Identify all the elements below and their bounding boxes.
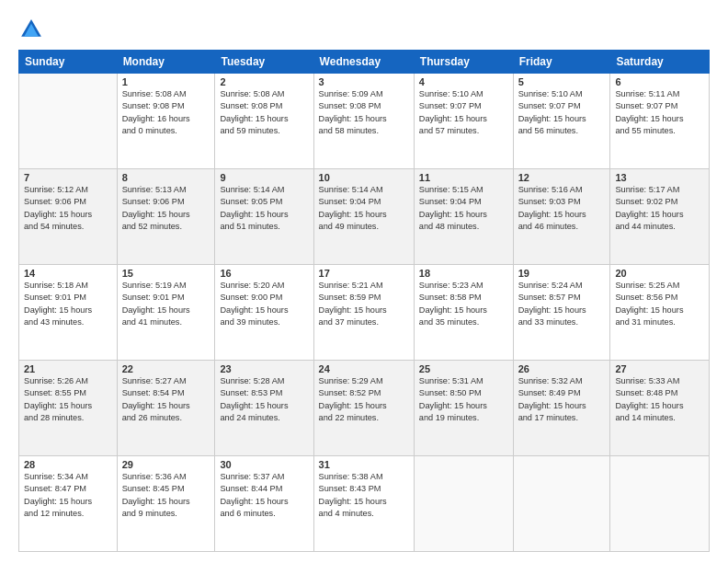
day-number: 2: [220, 76, 308, 87]
day-info: Sunrise: 5:25 AM Sunset: 8:56 PM Dayligh…: [615, 280, 704, 328]
calendar-cell: 13Sunrise: 5:17 AM Sunset: 9:02 PM Dayli…: [610, 169, 710, 265]
day-info: Sunrise: 5:33 AM Sunset: 8:48 PM Dayligh…: [615, 375, 704, 424]
calendar-cell: 2Sunrise: 5:08 AM Sunset: 9:08 PM Daylig…: [215, 74, 313, 169]
weekday-header-wednesday: Wednesday: [313, 51, 414, 74]
day-info: Sunrise: 5:36 AM Sunset: 8:45 PM Dayligh…: [122, 471, 210, 520]
day-info: Sunrise: 5:26 AM Sunset: 8:55 PM Dayligh…: [24, 375, 112, 424]
day-number: 10: [319, 172, 409, 183]
calendar-cell: 31Sunrise: 5:38 AM Sunset: 8:43 PM Dayli…: [313, 456, 414, 552]
day-number: 25: [419, 363, 508, 374]
day-number: 21: [24, 363, 112, 374]
day-number: 7: [24, 172, 112, 183]
calendar-table: SundayMondayTuesdayWednesdayThursdayFrid…: [18, 50, 710, 552]
day-info: Sunrise: 5:10 AM Sunset: 9:07 PM Dayligh…: [419, 88, 508, 137]
day-number: 23: [220, 363, 308, 374]
day-number: 15: [122, 268, 210, 279]
day-number: 13: [615, 172, 704, 183]
calendar-cell: [414, 456, 513, 552]
calendar-cell: 29Sunrise: 5:36 AM Sunset: 8:45 PM Dayli…: [117, 456, 215, 552]
calendar-cell: 10Sunrise: 5:14 AM Sunset: 9:04 PM Dayli…: [313, 169, 414, 265]
weekday-header-friday: Friday: [513, 51, 610, 74]
calendar-cell: 23Sunrise: 5:28 AM Sunset: 8:53 PM Dayli…: [215, 361, 313, 456]
weekday-header-sunday: Sunday: [19, 51, 118, 74]
calendar-cell: [19, 74, 118, 169]
calendar-cell: 15Sunrise: 5:19 AM Sunset: 9:01 PM Dayli…: [117, 265, 215, 361]
day-info: Sunrise: 5:37 AM Sunset: 8:44 PM Dayligh…: [220, 471, 308, 520]
calendar-cell: 1Sunrise: 5:08 AM Sunset: 9:08 PM Daylig…: [117, 74, 215, 169]
logo: [18, 17, 48, 42]
calendar-cell: 7Sunrise: 5:12 AM Sunset: 9:06 PM Daylig…: [19, 169, 118, 265]
day-number: 19: [518, 268, 606, 279]
day-number: 24: [319, 363, 409, 374]
day-info: Sunrise: 5:13 AM Sunset: 9:06 PM Dayligh…: [122, 184, 210, 233]
calendar-cell: 28Sunrise: 5:34 AM Sunset: 8:47 PM Dayli…: [19, 456, 118, 552]
logo-icon: [18, 17, 44, 42]
calendar-cell: 24Sunrise: 5:29 AM Sunset: 8:52 PM Dayli…: [313, 361, 414, 456]
day-number: 31: [319, 459, 409, 470]
day-info: Sunrise: 5:18 AM Sunset: 9:01 PM Dayligh…: [24, 280, 112, 328]
day-info: Sunrise: 5:38 AM Sunset: 8:43 PM Dayligh…: [319, 471, 409, 520]
day-number: 27: [615, 363, 704, 374]
calendar-cell: 18Sunrise: 5:23 AM Sunset: 8:58 PM Dayli…: [414, 265, 513, 361]
day-number: 8: [122, 172, 210, 183]
calendar-cell: 8Sunrise: 5:13 AM Sunset: 9:06 PM Daylig…: [117, 169, 215, 265]
weekday-header-row: SundayMondayTuesdayWednesdayThursdayFrid…: [19, 51, 710, 74]
day-number: 17: [319, 268, 409, 279]
day-info: Sunrise: 5:28 AM Sunset: 8:53 PM Dayligh…: [220, 375, 308, 424]
calendar-cell: 12Sunrise: 5:16 AM Sunset: 9:03 PM Dayli…: [513, 169, 610, 265]
day-number: 1: [122, 76, 210, 87]
calendar-cell: 17Sunrise: 5:21 AM Sunset: 8:59 PM Dayli…: [313, 265, 414, 361]
day-info: Sunrise: 5:08 AM Sunset: 9:08 PM Dayligh…: [122, 88, 210, 137]
day-number: 14: [24, 268, 112, 279]
calendar-cell: 30Sunrise: 5:37 AM Sunset: 8:44 PM Dayli…: [215, 456, 313, 552]
calendar-cell: 5Sunrise: 5:10 AM Sunset: 9:07 PM Daylig…: [513, 74, 610, 169]
calendar-cell: [610, 456, 710, 552]
calendar-week-row: 14Sunrise: 5:18 AM Sunset: 9:01 PM Dayli…: [19, 265, 710, 361]
weekday-header-thursday: Thursday: [414, 51, 513, 74]
calendar-cell: 14Sunrise: 5:18 AM Sunset: 9:01 PM Dayli…: [19, 265, 118, 361]
day-info: Sunrise: 5:09 AM Sunset: 9:08 PM Dayligh…: [319, 88, 409, 137]
calendar-cell: 20Sunrise: 5:25 AM Sunset: 8:56 PM Dayli…: [610, 265, 710, 361]
day-info: Sunrise: 5:08 AM Sunset: 9:08 PM Dayligh…: [220, 88, 308, 137]
calendar-cell: 22Sunrise: 5:27 AM Sunset: 8:54 PM Dayli…: [117, 361, 215, 456]
calendar-cell: [513, 456, 610, 552]
day-info: Sunrise: 5:20 AM Sunset: 9:00 PM Dayligh…: [220, 280, 308, 328]
day-number: 29: [122, 459, 210, 470]
day-info: Sunrise: 5:19 AM Sunset: 9:01 PM Dayligh…: [122, 280, 210, 328]
day-info: Sunrise: 5:24 AM Sunset: 8:57 PM Dayligh…: [518, 280, 606, 328]
day-number: 11: [419, 172, 508, 183]
day-number: 28: [24, 459, 112, 470]
weekday-header-tuesday: Tuesday: [215, 51, 313, 74]
day-number: 22: [122, 363, 210, 374]
weekday-header-monday: Monday: [117, 51, 215, 74]
calendar-cell: 6Sunrise: 5:11 AM Sunset: 9:07 PM Daylig…: [610, 74, 710, 169]
calendar-cell: 4Sunrise: 5:10 AM Sunset: 9:07 PM Daylig…: [414, 74, 513, 169]
day-info: Sunrise: 5:16 AM Sunset: 9:03 PM Dayligh…: [518, 184, 606, 233]
day-info: Sunrise: 5:10 AM Sunset: 9:07 PM Dayligh…: [518, 88, 606, 137]
day-number: 3: [319, 76, 409, 87]
day-info: Sunrise: 5:17 AM Sunset: 9:02 PM Dayligh…: [615, 184, 704, 233]
day-number: 4: [419, 76, 508, 87]
calendar-cell: 16Sunrise: 5:20 AM Sunset: 9:00 PM Dayli…: [215, 265, 313, 361]
day-info: Sunrise: 5:15 AM Sunset: 9:04 PM Dayligh…: [419, 184, 508, 233]
day-info: Sunrise: 5:31 AM Sunset: 8:50 PM Dayligh…: [419, 375, 508, 424]
day-number: 20: [615, 268, 704, 279]
calendar-week-row: 7Sunrise: 5:12 AM Sunset: 9:06 PM Daylig…: [19, 169, 710, 265]
day-number: 26: [518, 363, 606, 374]
calendar-week-row: 28Sunrise: 5:34 AM Sunset: 8:47 PM Dayli…: [19, 456, 710, 552]
day-info: Sunrise: 5:32 AM Sunset: 8:49 PM Dayligh…: [518, 375, 606, 424]
day-number: 18: [419, 268, 508, 279]
day-info: Sunrise: 5:23 AM Sunset: 8:58 PM Dayligh…: [419, 280, 508, 328]
day-info: Sunrise: 5:12 AM Sunset: 9:06 PM Dayligh…: [24, 184, 112, 233]
page-header: [18, 17, 710, 42]
day-number: 16: [220, 268, 308, 279]
calendar-cell: 3Sunrise: 5:09 AM Sunset: 9:08 PM Daylig…: [313, 74, 414, 169]
day-number: 5: [518, 76, 606, 87]
day-number: 6: [615, 76, 704, 87]
calendar-cell: 11Sunrise: 5:15 AM Sunset: 9:04 PM Dayli…: [414, 169, 513, 265]
day-info: Sunrise: 5:34 AM Sunset: 8:47 PM Dayligh…: [24, 471, 112, 520]
day-number: 30: [220, 459, 308, 470]
weekday-header-saturday: Saturday: [610, 51, 710, 74]
day-number: 12: [518, 172, 606, 183]
calendar-cell: 9Sunrise: 5:14 AM Sunset: 9:05 PM Daylig…: [215, 169, 313, 265]
